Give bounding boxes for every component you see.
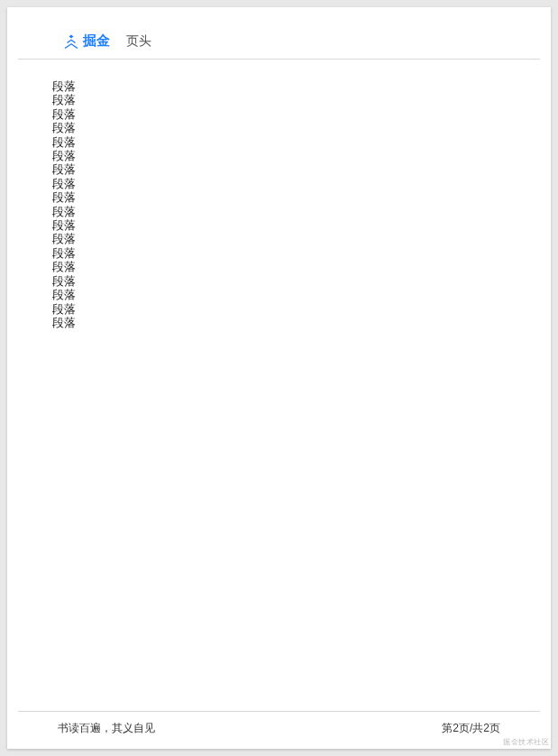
page-header: 掘金 页头: [18, 7, 540, 60]
paragraph: 段落: [52, 162, 506, 176]
paragraph: 段落: [52, 190, 506, 204]
page-footer: 书读百遍，其义自见 第2页/共2页: [18, 711, 540, 749]
paragraph: 段落: [52, 205, 506, 218]
watermark-text: 掘金技术社区: [503, 737, 549, 747]
header-title: 页头: [126, 33, 151, 50]
paragraph: 段落: [52, 246, 506, 260]
paragraph: 段落: [52, 316, 506, 329]
paragraph: 段落: [52, 93, 506, 106]
page-number: 第2页/共2页: [442, 721, 500, 736]
paragraph: 段落: [52, 107, 506, 121]
footer-quote: 书读百遍，其义自见: [58, 721, 155, 736]
paragraph: 段落: [52, 121, 506, 134]
brand-name: 掘金: [83, 32, 110, 50]
page-content: 段落段落段落段落段落段落段落段落段落段落段落段落段落段落段落段落段落段落: [7, 60, 551, 711]
paragraph: 段落: [52, 135, 506, 149]
paragraph: 段落: [52, 288, 506, 301]
brand-logo: 掘金: [63, 32, 110, 50]
juejin-logo-icon: [63, 33, 79, 50]
paragraph: 段落: [52, 79, 506, 93]
paragraph: 段落: [52, 218, 506, 232]
paragraph: 段落: [52, 302, 506, 316]
paragraph: 段落: [52, 274, 506, 288]
paragraph: 段落: [52, 177, 506, 190]
document-page: 掘金 页头 段落段落段落段落段落段落段落段落段落段落段落段落段落段落段落段落段落…: [7, 7, 551, 749]
paragraph: 段落: [52, 232, 506, 245]
paragraph: 段落: [52, 260, 506, 273]
paragraph: 段落: [52, 149, 506, 162]
